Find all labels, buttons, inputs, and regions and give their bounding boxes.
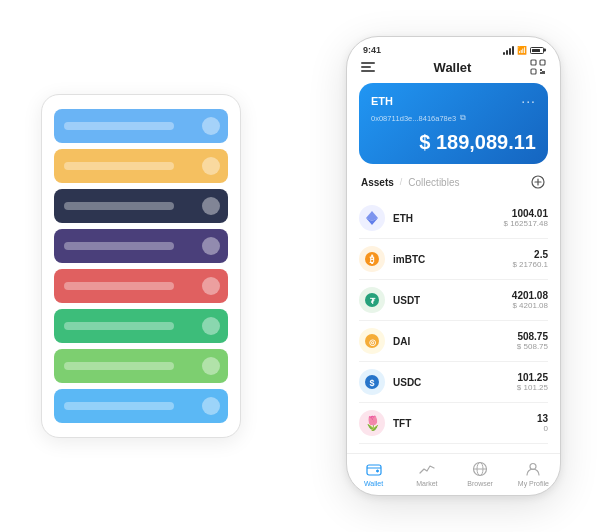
phone-mockup: 9:41 📶 Wallet (346, 36, 561, 496)
asset-amount: 13 (537, 413, 548, 424)
scene: 9:41 📶 Wallet (21, 16, 581, 516)
eth-address: 0x08711d3e...8416a78e3 ⧉ (371, 113, 536, 123)
table-row[interactable]: ₮ USDT 4201.08 $ 4201.08 (359, 280, 548, 321)
asset-amount: 1004.01 (504, 208, 549, 219)
phone-header: Wallet (347, 59, 560, 83)
table-row[interactable]: ₿ imBTC 2.5 $ 21760.1 (359, 239, 548, 280)
list-item (54, 189, 228, 223)
asset-usd: $ 162517.48 (504, 219, 549, 228)
nav-wallet[interactable]: Wallet (347, 460, 400, 487)
list-item (54, 349, 228, 383)
eth-card: ETH ··· 0x08711d3e...8416a78e3 ⧉ $ 189,0… (359, 83, 548, 164)
eth-menu-icon[interactable]: ··· (521, 93, 536, 109)
scan-icon[interactable] (530, 59, 546, 75)
list-item (54, 229, 228, 263)
usdc-icon: $ (359, 369, 385, 395)
bottom-nav: Wallet Market Browser (347, 453, 560, 495)
asset-list: ETH 1004.01 $ 162517.48 ₿ imBTC 2.5 $ 21… (347, 198, 560, 453)
asset-usd: 0 (537, 424, 548, 433)
svg-text:◎: ◎ (369, 338, 376, 347)
nav-browser-label: Browser (467, 480, 493, 487)
asset-usd: $ 21760.1 (512, 260, 548, 269)
signal-icon (503, 46, 514, 55)
asset-name: USDT (393, 295, 512, 306)
list-item (54, 309, 228, 343)
imbtc-icon: ₿ (359, 246, 385, 272)
list-item (54, 269, 228, 303)
clock: 9:41 (363, 45, 381, 55)
list-item (54, 149, 228, 183)
table-row[interactable]: 🌷 TFT 13 0 (359, 403, 548, 444)
eth-card-header: ETH ··· (371, 93, 536, 109)
eth-balance: $ 189,089.11 (371, 131, 536, 154)
browser-nav-icon (471, 460, 489, 478)
list-item (54, 109, 228, 143)
table-row[interactable]: $ USDC 101.25 $ 101.25 (359, 362, 548, 403)
status-bar: 9:41 📶 (347, 37, 560, 59)
asset-name: ETH (393, 213, 504, 224)
svg-rect-16 (367, 465, 381, 475)
asset-name: DAI (393, 336, 517, 347)
asset-amount: 101.25 (517, 372, 548, 383)
svg-rect-1 (540, 60, 545, 65)
asset-amount: 4201.08 (512, 290, 548, 301)
asset-amounts: 4201.08 $ 4201.08 (512, 290, 548, 310)
nav-profile[interactable]: My Profile (507, 460, 560, 487)
tab-assets[interactable]: Assets (361, 177, 394, 188)
nav-market[interactable]: Market (400, 460, 453, 487)
card-stack (41, 94, 241, 438)
tabs-left: Assets / Collectibles (361, 177, 459, 188)
asset-amount: 508.75 (517, 331, 548, 342)
nav-wallet-label: Wallet (364, 480, 383, 487)
asset-amounts: 508.75 $ 508.75 (517, 331, 548, 351)
asset-usd: $ 508.75 (517, 342, 548, 351)
nav-profile-label: My Profile (518, 480, 549, 487)
wifi-icon: 📶 (517, 46, 527, 55)
svg-rect-0 (531, 60, 536, 65)
asset-amounts: 1004.01 $ 162517.48 (504, 208, 549, 228)
battery-icon (530, 47, 544, 54)
eth-icon (359, 205, 385, 231)
table-row[interactable]: ETH 1004.01 $ 162517.48 (359, 198, 548, 239)
dai-icon: ◎ (359, 328, 385, 354)
profile-nav-icon (524, 460, 542, 478)
asset-name: USDC (393, 377, 517, 388)
usdt-icon: ₮ (359, 287, 385, 313)
market-nav-icon (418, 460, 436, 478)
svg-text:$: $ (369, 378, 374, 388)
asset-amounts: 13 0 (537, 413, 548, 433)
tab-collectibles[interactable]: Collectibles (408, 177, 459, 188)
nav-market-label: Market (416, 480, 437, 487)
svg-point-17 (376, 470, 378, 472)
asset-name: TFT (393, 418, 537, 429)
status-icons: 📶 (503, 46, 544, 55)
asset-amounts: 2.5 $ 21760.1 (512, 249, 548, 269)
assets-tabs: Assets / Collectibles (347, 174, 560, 198)
list-item (54, 389, 228, 423)
svg-rect-2 (531, 69, 536, 74)
menu-icon[interactable] (361, 62, 375, 72)
page-title: Wallet (434, 60, 472, 75)
nav-browser[interactable]: Browser (454, 460, 507, 487)
asset-usd: $ 101.25 (517, 383, 548, 392)
wallet-nav-icon (365, 460, 383, 478)
asset-amounts: 101.25 $ 101.25 (517, 372, 548, 392)
tab-divider: / (400, 177, 403, 187)
asset-amount: 2.5 (512, 249, 548, 260)
asset-name: imBTC (393, 254, 512, 265)
tft-icon: 🌷 (359, 410, 385, 436)
add-asset-button[interactable] (530, 174, 546, 190)
eth-label: ETH (371, 95, 393, 107)
asset-usd: $ 4201.08 (512, 301, 548, 310)
table-row[interactable]: ◎ DAI 508.75 $ 508.75 (359, 321, 548, 362)
